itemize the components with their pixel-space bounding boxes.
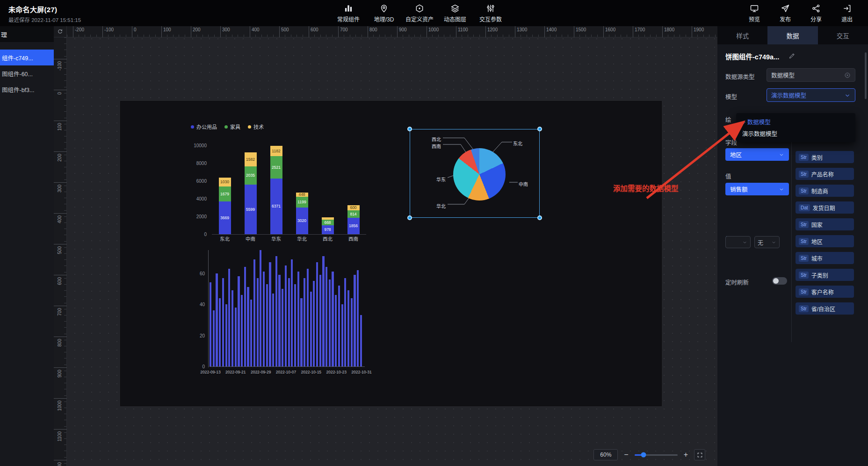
datasource-select[interactable]: 数据模型: [767, 68, 855, 82]
legend-item[interactable]: 家具: [224, 123, 240, 130]
model-field-item[interactable]: Str制造商: [796, 185, 854, 197]
topbar-action[interactable]: 预览: [743, 0, 766, 26]
ruler-tick-label: 1200: [54, 460, 67, 466]
ruler-tick-label: 1000: [427, 26, 439, 37]
selection-handle[interactable]: [407, 127, 412, 131]
sort-order-select[interactable]: 无: [754, 236, 780, 248]
ruler-tick-label: -200: [73, 26, 84, 37]
ruler-tick-label: 1800: [662, 26, 674, 37]
model-field-item[interactable]: Str类别: [796, 151, 854, 163]
clear-circle-icon[interactable]: [844, 72, 851, 79]
zoom-statusbar: 60% − +: [593, 449, 705, 460]
legend-dot: [224, 125, 228, 129]
ruler-tick-label: 600: [309, 26, 318, 37]
pie-slice-label: 华北: [436, 202, 446, 209]
bar-column[interactable]: 366916791030东北: [219, 146, 231, 234]
selection-handle[interactable]: [407, 215, 412, 220]
zoom-level[interactable]: 60%: [593, 449, 618, 460]
model-option[interactable]: 演示数据模型: [736, 128, 855, 139]
toolbar-tool[interactable]: 常规组件: [333, 0, 364, 26]
zoom-slider[interactable]: [635, 454, 678, 456]
timed-refresh-toggle[interactable]: [772, 277, 787, 285]
y-tick-label: 4000: [196, 196, 207, 201]
selection-handle[interactable]: [537, 215, 542, 220]
edit-title-icon[interactable]: [788, 52, 796, 59]
bar-segment: 600: [347, 205, 360, 210]
x-tick-label: 2022-09-13: [200, 370, 220, 374]
topbar-action-label: 退出: [841, 15, 853, 23]
fit-screen-button[interactable]: [694, 449, 705, 460]
artboard[interactable]: 办公用品家具技术 0200040006000800010000 36691679…: [121, 101, 661, 406]
zoom-slider-handle[interactable]: [641, 452, 646, 458]
model-field-item[interactable]: Dat发货日期: [796, 201, 854, 214]
pie-slice-label: 华东: [436, 176, 446, 183]
bar-column[interactable]: 559920351582中南: [245, 146, 257, 234]
date-bar-chart[interactable]: 0204060 2022-09-132022-09-212022-09-2920…: [186, 246, 373, 380]
legend-label: 家具: [230, 123, 240, 130]
selection-handle[interactable]: [537, 127, 542, 131]
layer-item[interactable]: 组件-c749...: [0, 50, 54, 65]
screen-info: 未命名大屏(27) 最近保存 2022-11-07 15:51:15: [8, 4, 81, 23]
legend-dot: [248, 125, 251, 129]
add-data-model-option[interactable]: + 数据模型: [736, 116, 855, 128]
field-name-label: 产品名称: [811, 170, 834, 178]
field-name-label: 城市: [811, 254, 823, 262]
model-field-item[interactable]: Str子类别: [796, 269, 854, 281]
bar-value-label: 1199: [297, 200, 306, 204]
toolbar-tool[interactable]: 动态图层: [440, 0, 470, 26]
topbar-action[interactable]: 发布: [774, 0, 797, 26]
layer-item[interactable]: 图组件-60...: [0, 65, 54, 81]
panel-tab[interactable]: 数据: [767, 26, 817, 44]
x-tick-label: 2022-10-15: [301, 370, 321, 374]
field-name-label: 省/自治区: [811, 305, 835, 313]
model-field-item[interactable]: Str省/自治区: [796, 302, 854, 315]
bar-value-label: 1182: [272, 149, 280, 153]
bar-column[interactable]: 30201199448华北: [296, 146, 308, 234]
toolbar-tool[interactable]: 自定义资产: [404, 0, 435, 26]
pie-disc[interactable]: [453, 148, 506, 201]
bar-segment: 1030: [219, 178, 231, 187]
dimension-select[interactable]: 地区: [725, 148, 789, 161]
legend-item[interactable]: 技术: [248, 123, 264, 130]
model-field-item[interactable]: Str客户名称: [796, 286, 854, 298]
ruler-tick-label: 200: [54, 151, 67, 162]
y-tick-label: 8000: [196, 161, 207, 166]
pie-chart-selected[interactable]: 东北中南华北华东西南西北: [410, 129, 540, 218]
zoom-out-icon[interactable]: −: [624, 451, 628, 459]
bar-column[interactable]: 637125211182华东: [270, 146, 282, 234]
bar-column[interactable]: 978668西北: [322, 146, 334, 234]
reset-icon[interactable]: [57, 29, 63, 35]
model-field-item[interactable]: Str国家: [796, 218, 854, 230]
field-type-badge: Str: [799, 221, 809, 228]
measure-select[interactable]: 销售额: [725, 183, 789, 195]
panel-tab[interactable]: 样式: [717, 26, 767, 44]
bar-value-label: 3020: [297, 219, 306, 223]
category-label: 西北: [323, 235, 333, 242]
x-tick-label: 2022-09-29: [251, 370, 271, 374]
value-label: 值: [725, 172, 731, 180]
model-field-item[interactable]: Str城市: [796, 252, 854, 264]
bar-column[interactable]: 1856814600西南: [347, 146, 360, 234]
fit-screen-icon[interactable]: [697, 452, 703, 458]
zoom-in-icon[interactable]: +: [684, 451, 688, 459]
y-tick-label: 2000: [196, 214, 207, 219]
sort-order-value: 无: [758, 238, 763, 246]
toolbar-tool[interactable]: 地理/3D: [369, 0, 399, 26]
panel-tab[interactable]: 交互: [818, 26, 868, 44]
model-select[interactable]: 演示数据模型: [767, 88, 855, 102]
layer-panel-title: 理: [0, 26, 54, 42]
topbar-action[interactable]: 分享: [804, 0, 828, 26]
sort-field-select[interactable]: [725, 236, 751, 248]
canvas-area[interactable]: -200-10001002003004005006007008009001000…: [54, 26, 717, 466]
panel-scrollbar[interactable]: [865, 52, 867, 99]
topbar-action[interactable]: 退出: [835, 0, 859, 26]
model-field-item[interactable]: Str产品名称: [796, 168, 854, 180]
toolbar-tool[interactable]: 交互参数: [475, 0, 506, 26]
stacked-bar-chart[interactable]: 办公用品家具技术 0200040006000800010000 36691679…: [186, 120, 371, 245]
model-field-item[interactable]: Str地区: [796, 235, 854, 247]
layer-item[interactable]: 图组件-bf3...: [0, 81, 54, 97]
ruler-reset-button[interactable]: [54, 26, 67, 37]
bar-value-label: 1030: [220, 180, 229, 184]
topbar: 未命名大屏(27) 最近保存 2022-11-07 15:51:15 常规组件地…: [0, 0, 868, 26]
ruler-tick-label: -100: [102, 26, 114, 37]
